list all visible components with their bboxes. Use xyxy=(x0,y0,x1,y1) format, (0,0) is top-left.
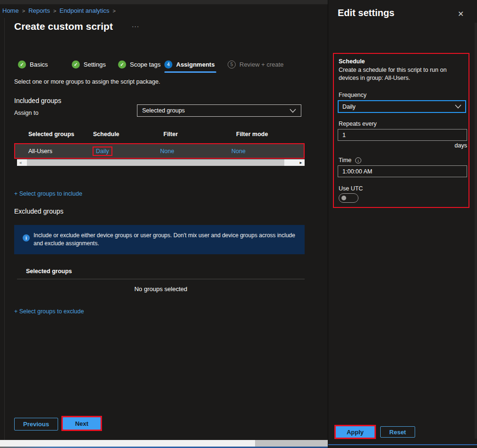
tab-label: Scope tags xyxy=(130,61,161,68)
column-header-selected-groups: Selected groups xyxy=(28,131,74,138)
previous-button[interactable]: Previous xyxy=(14,418,58,431)
info-tooltip-icon[interactable]: i xyxy=(355,157,361,164)
assign-to-dropdown[interactable]: Selected groups xyxy=(137,104,301,117)
assign-to-selected-value: Selected groups xyxy=(142,107,185,114)
chevron-down-icon xyxy=(290,109,296,113)
check-circle-icon: ✓ xyxy=(72,60,80,69)
no-groups-selected-text: No groups selected xyxy=(17,285,305,293)
info-banner: i Include or exclude either device group… xyxy=(14,225,305,254)
breadcrumb-chevron-icon: > xyxy=(53,8,56,14)
filter-mode-link[interactable]: None xyxy=(228,148,249,155)
use-utc-label: Use UTC xyxy=(339,185,363,192)
breadcrumb: Home > Reports > Endpoint analytics > xyxy=(2,7,119,14)
tab-review-create[interactable]: 5 Review + create xyxy=(228,60,284,69)
use-utc-toggle[interactable] xyxy=(339,193,358,203)
table-horizontal-scrollbar[interactable]: ◄ ► xyxy=(17,159,305,166)
repeats-every-label: Repeats every xyxy=(339,121,377,127)
tab-scope-tags[interactable]: ✓ Scope tags xyxy=(118,60,161,69)
toggle-knob xyxy=(341,196,346,200)
scroll-left-arrow-icon[interactable]: ◄ xyxy=(18,159,22,166)
scrollbar-thumb[interactable] xyxy=(255,440,328,447)
schedule-section-highlight: Schedule Create a schedule for this scri… xyxy=(333,53,469,208)
scrollbar-thumb[interactable] xyxy=(27,159,284,166)
time-input[interactable] xyxy=(338,165,467,177)
next-button-highlight: Next xyxy=(61,416,102,431)
schedule-heading: Schedule xyxy=(339,58,365,65)
check-circle-icon: ✓ xyxy=(118,60,126,69)
check-circle-icon: ✓ xyxy=(18,60,26,69)
tab-label: Review + create xyxy=(239,61,284,68)
chevron-down-icon xyxy=(455,104,461,109)
schedule-link[interactable]: Daily xyxy=(93,146,112,156)
page-title: Create custom script xyxy=(14,21,113,32)
excluded-column-header-selected-groups: Selected groups xyxy=(26,268,72,275)
frequency-selected-value: Daily xyxy=(342,103,356,110)
page-horizontal-scrollbar[interactable] xyxy=(0,440,328,447)
breadcrumb-reports-link[interactable]: Reports xyxy=(28,7,50,14)
included-groups-heading: Included groups xyxy=(14,97,61,104)
blade-left-divider xyxy=(4,18,5,440)
column-header-schedule: Schedule xyxy=(93,131,119,138)
info-banner-text: Include or exclude either device groups … xyxy=(34,232,297,248)
tab-settings[interactable]: ✓ Settings xyxy=(72,60,106,69)
panel-title: Edit settings xyxy=(338,8,394,18)
column-header-filter-mode: Filter mode xyxy=(236,131,268,138)
excluded-groups-heading: Excluded groups xyxy=(14,207,63,215)
select-groups-to-exclude-link[interactable]: + Select groups to exclude xyxy=(14,308,84,315)
breadcrumb-endpoint-analytics-link[interactable]: Endpoint analytics xyxy=(60,7,110,14)
tab-label: Basics xyxy=(30,61,48,68)
step-number-icon: 4 xyxy=(164,60,172,69)
schedule-description: Create a schedule for this script to run… xyxy=(339,66,467,82)
assign-to-label: Assign to xyxy=(14,110,38,116)
days-unit-label: days xyxy=(334,142,467,149)
time-label: Time xyxy=(339,157,351,164)
tab-label: Settings xyxy=(84,61,106,68)
tab-assignments[interactable]: 4 Assignments xyxy=(164,60,215,69)
apply-button[interactable]: Apply xyxy=(336,426,375,438)
breadcrumb-chevron-icon: > xyxy=(113,8,116,14)
edit-settings-panel: Edit settings ✕ Schedule Create a schedu… xyxy=(328,0,477,448)
column-header-filter: Filter xyxy=(163,131,178,138)
more-menu-icon[interactable]: ··· xyxy=(132,23,139,30)
frequency-dropdown[interactable]: Daily xyxy=(338,100,466,113)
filter-link[interactable]: None xyxy=(157,148,178,155)
breadcrumb-chevron-icon: > xyxy=(22,8,25,14)
apply-button-highlight: Apply xyxy=(334,425,376,439)
info-icon: i xyxy=(23,234,30,241)
tab-label: Assignments xyxy=(176,61,215,68)
tab-basics[interactable]: ✓ Basics xyxy=(18,60,48,69)
panel-bottom-edge xyxy=(328,444,477,445)
active-tab-underline xyxy=(164,71,216,73)
intune-create-script-screen: Home > Reports > Endpoint analytics > Cr… xyxy=(0,0,477,448)
table-divider xyxy=(17,279,305,279)
close-icon[interactable]: ✕ xyxy=(455,9,467,19)
frequency-label: Frequency xyxy=(339,92,366,98)
step-number-icon: 5 xyxy=(228,60,236,69)
assignments-description: Select one or more groups to assign the … xyxy=(14,78,160,85)
next-button[interactable]: Next xyxy=(63,417,101,430)
scroll-right-arrow-icon[interactable]: ► xyxy=(299,159,303,166)
panel-vertical-scrollbar[interactable] xyxy=(475,23,477,439)
breadcrumb-home-link[interactable]: Home xyxy=(2,7,19,14)
select-groups-to-include-link[interactable]: + Select groups to include xyxy=(14,190,82,197)
reset-button[interactable]: Reset xyxy=(380,426,415,438)
repeats-every-input[interactable] xyxy=(338,129,467,141)
table-row[interactable]: All-Users Daily None None xyxy=(14,143,305,159)
group-name-cell: All-Users xyxy=(28,148,52,155)
